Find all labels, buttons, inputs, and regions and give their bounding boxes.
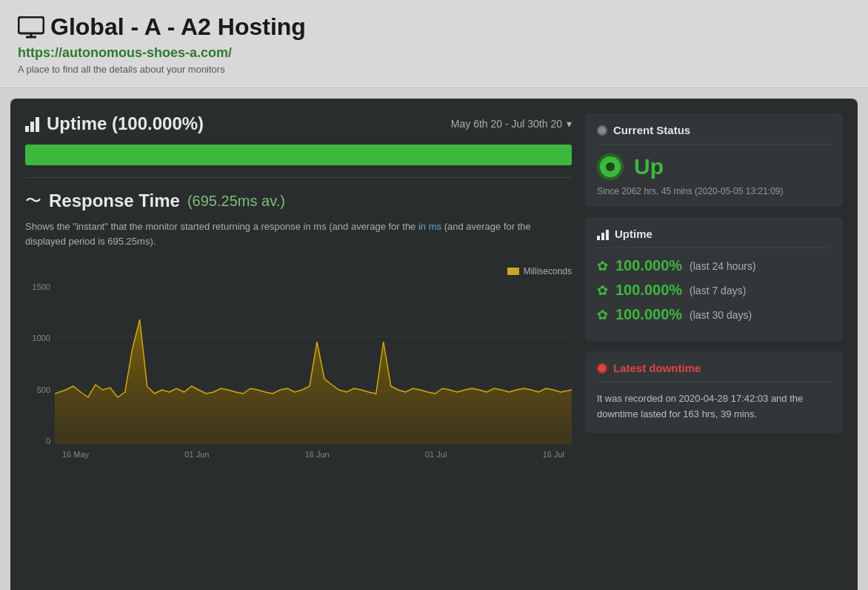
uptime-row-24h: ✿ 100.000% (last 24 hours) [597,257,831,274]
response-desc: Shows the "instant" that the monitor sta… [25,219,572,248]
monitor-icon [18,16,44,39]
status-up-text: Up [634,154,664,179]
latest-downtime-card: Latest downtime It was recorded on 2020-… [585,351,843,433]
latest-downtime-title: Latest downtime [597,362,831,382]
response-time-avg: (695.25ms av.) [187,193,285,210]
header-subtitle: A place to find all the details about yo… [18,64,225,75]
uptime-bar-container [25,145,572,165]
downtime-status-dot [597,363,607,374]
x-label-4: 16 Jul [543,450,564,459]
y-label-1500: 1500 [27,282,50,291]
x-label-2: 16 Jun [305,450,330,459]
latest-downtime-label: Latest downtime [613,362,701,374]
uptime-row-30d: ✿ 100.000% (last 30 days) [597,306,831,323]
current-status-dot [597,125,607,136]
x-label-0: 16 May [62,450,89,459]
uptime-row-7d: ✿ 100.000% (last 7 days) [597,282,831,299]
x-label-1: 01 Jun [184,450,209,459]
date-range-text: May 6th 20 - Jul 30th 20 [451,118,562,130]
status-up-indicator [597,153,624,180]
y-axis: 0 500 1000 1500 [27,282,50,445]
chart-container: Milliseconds 0 500 1000 1500 [25,259,572,481]
uptime-label: Uptime (100.000%) [47,113,204,134]
svg-rect-0 [19,17,44,33]
header-title-row: Global - A - A2 Hosting [18,13,850,41]
uptime-star-2: ✿ [597,307,608,323]
y-label-1000: 1000 [27,334,50,342]
uptime-period-0: (last 24 hours) [690,260,755,272]
uptime-period-1: (last 7 days) [690,285,746,296]
uptime-pct-2: 100.000% [615,306,682,323]
header-url[interactable]: https://autonomous-shoes-a.com/ [18,45,850,61]
uptime-pct-0: 100.000% [615,257,682,274]
uptime-header: Uptime (100.000%) May 6th 20 - Jul 30th … [25,113,572,134]
uptime-star-0: ✿ [597,258,608,274]
status-up-row: Up [597,153,831,180]
current-status-card: Current Status Up Since 2062 hrs, 45 min… [585,113,843,207]
chevron-down-icon: ▾ [567,118,572,130]
right-panel: Current Status Up Since 2062 hrs, 45 min… [585,113,843,588]
x-axis: 16 May 01 Jun 16 Jun 01 Jul 16 Jul [55,450,572,459]
chart-legend: Milliseconds [55,266,572,276]
latest-downtime-text: It was recorded on 2020-04-28 17:42:03 a… [597,391,831,422]
date-range[interactable]: May 6th 20 - Jul 30th 20 ▾ [451,118,572,130]
current-status-title: Current Status [597,124,831,145]
uptime-card-label: Uptime [615,228,652,240]
chart-legend-label: Milliseconds [524,266,572,276]
left-panel: Uptime (100.000%) May 6th 20 - Jul 30th … [25,113,572,588]
main-container: Uptime (100.000%) May 6th 20 - Jul 30th … [10,99,858,590]
page-title: Global - A - A2 Hosting [50,13,306,41]
response-icon: 〜 [25,190,41,212]
response-time-header: 〜 Response Time (695.25ms av.) [25,190,572,212]
uptime-period-2: (last 30 days) [690,309,752,321]
uptime-pct-1: 100.000% [615,282,682,299]
uptime-card-title: Uptime [597,228,831,248]
response-chart [55,282,572,445]
uptime-star-1: ✿ [597,282,608,299]
response-highlight: in ms [418,221,441,232]
status-since: Since 2062 hrs, 45 mins (2020-05-05 13:2… [597,186,831,196]
section-divider [25,177,572,178]
x-label-3: 01 Jul [425,450,447,459]
uptime-bar-icon [597,228,609,240]
current-status-label: Current Status [613,124,690,136]
response-desc-part1: Shows the "instant" that the monitor sta… [25,221,415,232]
svg-marker-7 [55,319,572,444]
response-time-title: Response Time [49,190,180,211]
uptime-card: Uptime ✿ 100.000% (last 24 hours) ✿ 100.… [585,217,843,341]
y-label-500: 500 [27,385,50,394]
bar-chart-icon [25,116,39,132]
chart-area: 0 500 1000 1500 [55,282,572,445]
uptime-title: Uptime (100.000%) [25,113,204,134]
uptime-bar-fill [25,145,572,165]
page-header: Global - A - A2 Hosting https://autonomo… [0,0,868,88]
legend-color [507,268,519,275]
y-label-0: 0 [27,437,50,445]
status-up-inner [606,162,615,171]
